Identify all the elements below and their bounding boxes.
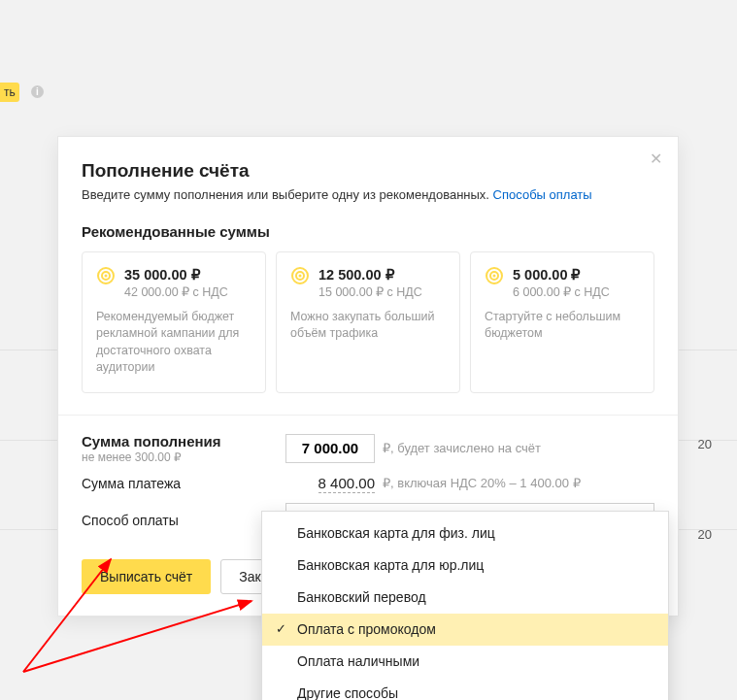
topup-label: Сумма пополнения: [82, 433, 285, 450]
amount-card-2[interactable]: 5 000.00 ₽ 6 000.00 ₽ с НДС Стартуйте с …: [470, 251, 654, 393]
card-amount: 12 500.00 ₽: [318, 266, 422, 284]
close-icon[interactable]: ✕: [647, 150, 664, 168]
recommended-title: Рекомендованные суммы: [82, 223, 654, 240]
dd-item-other[interactable]: Другие способы: [262, 678, 668, 700]
payment-amount: 8 400.00: [318, 474, 375, 493]
payment-label: Сумма платежа: [82, 476, 285, 491]
svg-point-2: [105, 275, 108, 278]
card-desc: Стартуйте с небольшим бюджетом: [485, 309, 640, 343]
recommended-cards: 35 000.00 ₽ 42 000.00 ₽ с НДС Рекомендуе…: [82, 251, 654, 393]
target-icon: [96, 266, 116, 285]
method-label: Способ оплаты: [82, 513, 285, 528]
bg-tag-partial: ть: [0, 83, 19, 102]
issue-invoice-button[interactable]: Выписать счёт: [82, 559, 211, 594]
modal-title: Пополнение счёта: [82, 160, 654, 182]
card-vat: 42 000.00 ₽ с НДС: [124, 284, 228, 299]
dd-item-promo[interactable]: Оплата с промокодом: [262, 614, 668, 646]
dd-item-card-individual[interactable]: Банковская карта для физ. лиц: [262, 517, 668, 550]
card-vat: 15 000.00 ₽ с НДС: [318, 284, 422, 299]
svg-point-8: [493, 275, 496, 278]
card-desc: Рекомендуемый бюджет рекламной кампании …: [96, 309, 251, 377]
amount-card-0[interactable]: 35 000.00 ₽ 42 000.00 ₽ с НДС Рекомендуе…: [82, 251, 266, 393]
dd-item-card-legal[interactable]: Банковская карта для юр.лиц: [262, 550, 668, 582]
card-amount: 5 000.00 ₽: [513, 266, 610, 284]
payment-method-dropdown: Банковская карта для физ. лиц Банковская…: [261, 511, 669, 700]
dd-item-cash[interactable]: Оплата наличными: [262, 646, 668, 678]
info-icon: i: [31, 85, 44, 98]
bg-number: 20: [698, 527, 712, 542]
svg-point-5: [299, 275, 302, 278]
bg-number: 20: [698, 437, 712, 451]
modal-subtitle: Введите сумму пополнения или выберите од…: [82, 187, 654, 202]
card-amount: 35 000.00 ₽: [124, 266, 228, 284]
dd-item-bank-transfer[interactable]: Банковский перевод: [262, 582, 668, 614]
payment-note: ₽, включая НДС 20% – 1 400.00 ₽: [383, 476, 654, 490]
card-desc: Можно закупать больший объём трафика: [290, 309, 446, 343]
card-vat: 6 000.00 ₽ с НДС: [513, 284, 610, 299]
payment-methods-link[interactable]: Способы оплаты: [493, 187, 592, 202]
topup-min: не менее 300.00 ₽: [82, 450, 285, 464]
topup-amount-input[interactable]: [285, 434, 375, 463]
amount-card-1[interactable]: 12 500.00 ₽ 15 000.00 ₽ с НДС Можно заку…: [276, 251, 460, 393]
target-icon: [485, 266, 504, 285]
target-icon: [290, 266, 310, 285]
topup-note: ₽, будет зачислено на счёт: [383, 441, 654, 455]
